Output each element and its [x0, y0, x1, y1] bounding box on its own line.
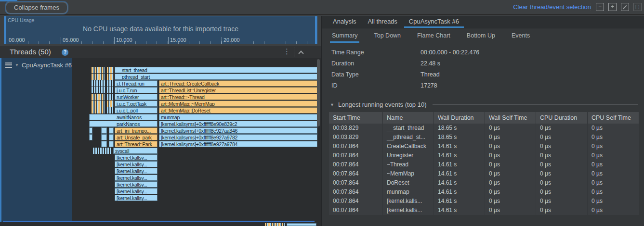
cell-name: ~MemMap: [383, 169, 434, 178]
flame-bar[interactable]: j.u.c.T.run: [115, 87, 158, 93]
thread-row-cpuasynctask[interactable]: ▼ CpuAsyncTask #6: [0, 58, 72, 222]
reset-zoom-icon[interactable]: [621, 3, 629, 11]
flame-bar[interactable]: art::Unsafe_park: [115, 134, 158, 140]
flame-bar[interactable]: art::Thread::Park: [115, 141, 158, 147]
table-row[interactable]: 00:07.864 [kernel.kalls... 14.61 s 0 µs …: [329, 206, 639, 215]
flame-activity-stripes: [107, 100, 114, 107]
column-header[interactable]: Start Time: [329, 112, 383, 124]
thread-expander-icon[interactable]: ▼: [15, 63, 19, 67]
flame-row: __start_thread: [72, 67, 317, 73]
flame-bar[interactable]: [kernel.kallsy...: [115, 161, 158, 167]
cell-cpu-duration: 0 µs: [536, 160, 588, 169]
tab-analysis[interactable]: Analysis: [328, 16, 361, 28]
flame-bar[interactable]: art::Thread::~Thread: [159, 94, 317, 100]
next-thread-partial-row: [72, 223, 317, 226]
cell-name: [kernel.kalls...: [383, 197, 434, 206]
flame-bar[interactable]: syscall: [113, 148, 158, 154]
collapse-panel-chevron-icon[interactable]: [298, 50, 303, 56]
cell-name: __start_thread: [383, 124, 434, 133]
column-header[interactable]: Wall Self Time: [485, 112, 536, 124]
flame-bar[interactable]: parkNanos: [89, 121, 158, 127]
flame-bar[interactable]: [kernel.kallsyms]+0xffffff8e927aa346: [159, 127, 317, 134]
help-icon[interactable]: ?: [62, 49, 68, 56]
cpu-usage-panel[interactable]: CPU Usage No CPU usage data available fo…: [4, 16, 317, 44]
flame-bar[interactable]: [kernel.kallsyms]+0xffffff8e90e839c2: [159, 121, 317, 127]
cell-cpu-duration: 0 µs: [536, 178, 588, 188]
flame-bar[interactable]: j.l.Thread.run: [115, 80, 158, 87]
flame-bar[interactable]: art::MemMap::DoReset: [159, 107, 317, 113]
tab-top-down[interactable]: Top Down: [372, 28, 403, 43]
flame-bar[interactable]: [kernel.kallsy...: [115, 181, 158, 188]
flame-bar[interactable]: art_jni_trampo...: [115, 127, 158, 134]
flame-bar[interactable]: munmap: [159, 114, 317, 120]
flame-bar[interactable]: [287, 223, 316, 226]
zoom-out-icon[interactable]: −: [596, 3, 604, 11]
cell-start-time: 00:07.864: [329, 151, 383, 160]
collapse-triangle-icon[interactable]: ▼: [330, 102, 334, 107]
field-value: 22.48 s: [421, 60, 630, 67]
flame-bar[interactable]: j.u.c.L.poll: [115, 107, 158, 113]
flame-bar[interactable]: __start_thread: [115, 67, 317, 73]
drag-handle-icon[interactable]: [5, 63, 12, 68]
table-row[interactable]: 00:07.864 DoReset 14.61 s 0 µs 0 µs 0 µs: [329, 178, 639, 188]
field-label: Duration: [331, 60, 421, 67]
column-header[interactable]: CPU Duration: [536, 112, 588, 124]
flame-bar[interactable]: [kernel.kallsy...: [115, 188, 158, 194]
cell-wall-duration: 14.61 s: [434, 142, 485, 151]
cell-start-time: 00:07.864: [329, 142, 383, 151]
zoom-in-icon[interactable]: +: [608, 3, 617, 11]
tab-summary[interactable]: Summary: [330, 28, 359, 43]
cell-cpu-self: 0 µs: [588, 178, 639, 188]
flame-activity-stripes: [92, 67, 105, 73]
collapse-frames-button[interactable]: Collapse frames: [6, 2, 67, 13]
flame-bar[interactable]: [kernel.kallsyms]+0xffffff8e927a9784: [159, 141, 317, 147]
table-row[interactable]: 00:07.864 ~Thread 14.61 s 0 µs 0 µs 0 µs: [329, 160, 639, 169]
table-row[interactable]: 00:03.829 __pthread_st... 18.65 s 0 µs 0…: [329, 133, 639, 142]
threads-scrollbar[interactable]: [317, 59, 320, 126]
tab-bottom-up[interactable]: Bottom Up: [465, 28, 497, 43]
cell-cpu-duration: 0 µs: [536, 151, 588, 160]
flame-bar[interactable]: j.u.c.T.getTask: [115, 100, 158, 107]
flame-bar[interactable]: [kernel.kallsyms]+0xffffff8e927a9782: [159, 134, 317, 140]
zoom-to-selection-icon[interactable]: [ ]: [633, 3, 642, 11]
flame-bar[interactable]: [kernel.kallsy...: [115, 175, 158, 181]
cell-cpu-self: 0 µs: [588, 169, 639, 178]
flame-fragment: [109, 127, 114, 134]
column-header[interactable]: Wall Duration: [434, 112, 485, 124]
cell-start-time: 00:07.864: [329, 160, 383, 169]
table-row[interactable]: 00:03.829 __start_thread 18.65 s 0 µs 0 …: [329, 124, 639, 133]
tab-all-threads[interactable]: All threads: [363, 16, 402, 28]
thread-name: CpuAsyncTask #6: [22, 62, 72, 69]
flame-row: [kernel.kallsy...: [72, 161, 317, 167]
field-value: 17278: [421, 82, 630, 89]
tab-events[interactable]: Events: [510, 28, 532, 43]
flame-bar[interactable]: runWorker: [115, 94, 158, 100]
flame-bar[interactable]: awaitNanos: [89, 114, 158, 120]
table-row[interactable]: 00:07.864 CreateCallback 14.61 s 0 µs 0 …: [329, 142, 639, 151]
flame-bar[interactable]: __pthread_start: [115, 74, 317, 80]
flame-bar[interactable]: art::Thread::CreateCallback: [159, 80, 317, 87]
flame-bar[interactable]: art::ThreadList::Unregister: [159, 87, 317, 93]
events-section-header[interactable]: ▼ Longest running events (top 10): [330, 100, 638, 109]
table-row[interactable]: 00:07.864 Unregister 14.61 s 0 µs 0 µs 0…: [329, 151, 639, 160]
flame-bar[interactable]: [kernel.kallsy...: [115, 168, 158, 174]
table-row[interactable]: 00:07.864 [kernel.kalls... 14.61 s 0 µs …: [329, 197, 639, 206]
tab-flame-chart[interactable]: Flame Chart: [415, 28, 452, 43]
table-row[interactable]: 00:07.864 munmap 14.61 s 0 µs 0 µs 0 µs: [329, 188, 639, 197]
clear-selection-link[interactable]: Clear thread/event selection: [513, 3, 591, 11]
header-separator: [294, 47, 294, 57]
column-header[interactable]: CPU Self Time: [588, 112, 639, 124]
cell-wall-duration: 14.61 s: [434, 169, 485, 178]
kebab-menu-icon[interactable]: ⋮: [283, 47, 290, 56]
tab-cpuasynctask[interactable]: CpuAsyncTask #6: [404, 16, 464, 28]
flame-bar[interactable]: [kernel.kallsy...: [115, 195, 158, 201]
cell-cpu-duration: 0 µs: [536, 124, 588, 133]
column-header[interactable]: Name: [383, 112, 434, 124]
flame-activity-stripes: [92, 74, 105, 80]
flame-bar[interactable]: [kernel.kallsy...: [115, 154, 158, 161]
cell-cpu-self: 0 µs: [588, 142, 639, 151]
flame-bar[interactable]: art::MemMap::~MemMap: [159, 100, 317, 107]
field-label: ID: [331, 82, 421, 89]
field-label: Data Type: [331, 71, 421, 78]
table-row[interactable]: 00:07.864 ~MemMap 14.61 s 0 µs 0 µs 0 µs: [329, 169, 639, 178]
